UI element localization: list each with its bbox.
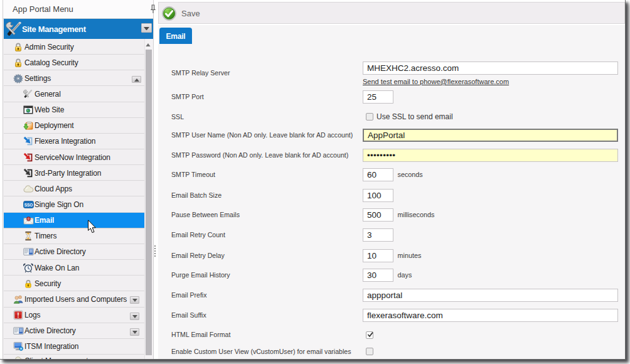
svg-text:!: ! (17, 311, 19, 319)
svg-text:SSO: SSO (24, 203, 33, 207)
